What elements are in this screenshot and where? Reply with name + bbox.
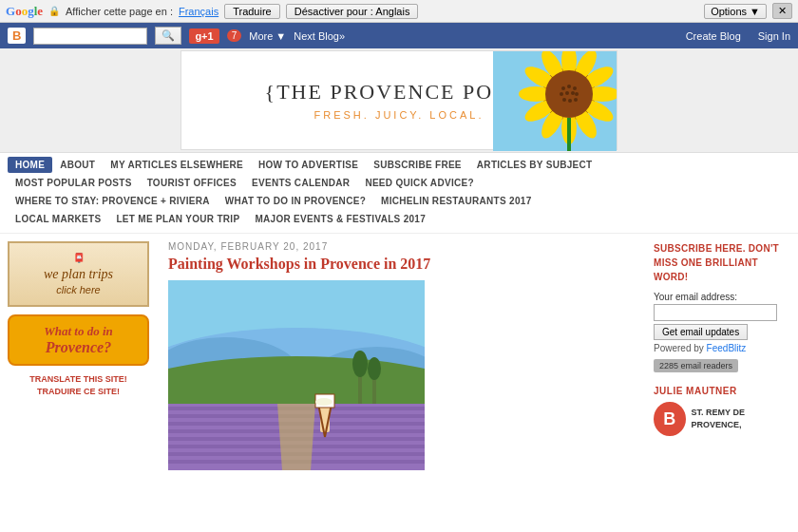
translate-bar: Google 🔒 Afficher cette page en : França… [0, 0, 798, 23]
provence-text: Provence? [17, 339, 140, 356]
svg-point-15 [561, 86, 565, 90]
translate-button[interactable]: Traduire [224, 4, 280, 19]
svg-point-50 [368, 357, 381, 380]
nav-row-1: HOME ABOUT MY ARTICLES ELSEWHERE HOW TO … [8, 157, 790, 173]
sunflower-image [493, 51, 617, 151]
svg-point-22 [562, 98, 566, 102]
nav-how-to-advertise[interactable]: HOW TO ADVERTISE [251, 157, 366, 173]
svg-point-23 [568, 99, 572, 103]
svg-point-18 [560, 92, 563, 96]
what-to-do-text: What to do in [17, 324, 140, 339]
julie-title: JULIE MAUTNER [654, 386, 790, 396]
lock-icon: 🔒 [48, 6, 60, 16]
svg-point-21 [575, 92, 579, 96]
blogger-navbar: B 🔍 g+1 7 More ▼ Next Blog» Create Blog … [0, 23, 798, 48]
svg-point-16 [567, 85, 571, 88]
svg-rect-25 [567, 118, 571, 151]
svg-marker-41 [277, 404, 315, 470]
blogger-logo: B [8, 28, 26, 44]
navigation: HOME ABOUT MY ARTICLES ELSEWHERE HOW TO … [0, 153, 798, 234]
click-here-text: click here [19, 284, 138, 295]
svg-point-17 [573, 86, 577, 90]
nav-subscribe-free[interactable]: SUBSCRIBE FREE [366, 157, 469, 173]
options-button[interactable]: Options ▼ [704, 4, 767, 19]
banner-container: {THE PROVENCE POST} FRESH. JUICY. LOCAL. [180, 50, 618, 150]
plan-trips-card[interactable]: 📮 we plan trips click here [8, 241, 149, 307]
translate-site-link[interactable]: TRANSLATE THIS SITE! TRADUIRE CE SITE! [8, 373, 149, 397]
search-input[interactable] [33, 28, 147, 45]
svg-point-20 [571, 91, 575, 95]
email-input[interactable] [654, 304, 777, 321]
post-image [168, 280, 425, 470]
main-content: 📮 we plan trips click here What to do in… [0, 234, 798, 532]
nav-row-3: WHERE TO STAY: PROVENCE + RIVIERA WHAT T… [8, 193, 790, 209]
nav-row-4: LOCAL MARKETS LET ME PLAN YOUR TRIP MAJO… [8, 211, 790, 227]
header-banner: {THE PROVENCE POST} FRESH. JUICY. LOCAL. [0, 48, 798, 153]
nav-most-popular[interactable]: MOST POPULAR POSTS [8, 175, 140, 191]
what-to-do-card[interactable]: What to do in Provence? [8, 314, 149, 366]
sign-in-link[interactable]: Sign In [758, 30, 790, 42]
svg-point-19 [565, 91, 569, 95]
svg-point-48 [352, 351, 368, 377]
nav-quick-advice[interactable]: NEED QUICK ADVICE? [357, 175, 481, 191]
nav-row-2: MOST POPULAR POSTS TOURIST OFFICES EVENT… [8, 175, 790, 191]
nav-local-markets[interactable]: LOCAL MARKETS [8, 211, 108, 227]
center-content: MONDAY, FEBRUARY 20, 2017 Painting Works… [157, 234, 646, 532]
feedblitz-link[interactable]: FeedBlitz [707, 343, 747, 353]
google-logo: Google [6, 4, 43, 19]
julie-section: JULIE MAUTNER B ST. REMY DE PROVENCE, [654, 386, 790, 436]
gplus-button[interactable]: g+1 [189, 28, 218, 44]
close-button[interactable]: ✕ [772, 3, 792, 19]
blogger-avatar: B ST. REMY DE PROVENCE, [654, 402, 790, 436]
email-label: Your email address: [654, 292, 790, 302]
nav-articles-by-subject[interactable]: ARTICLES BY SUBJECT [469, 157, 600, 173]
translate-bar-text: Afficher cette page en : [66, 6, 173, 17]
right-sidebar: SUBSCRIBE HERE. DON'T MISS ONE BRILLIANT… [646, 234, 798, 532]
gplus-count: 7 [227, 29, 242, 42]
nav-tourist-offices[interactable]: TOURIST OFFICES [140, 175, 244, 191]
left-sidebar: 📮 we plan trips click here What to do in… [0, 234, 157, 532]
nav-what-to-do[interactable]: WHAT TO DO IN PROVENCE? [218, 193, 373, 209]
subscribe-title: SUBSCRIBE HERE. DON'T MISS ONE BRILLIANT… [654, 241, 790, 284]
create-blog-link[interactable]: Create Blog [686, 30, 741, 42]
avatar-circle: B [654, 402, 686, 436]
language-select[interactable]: Français [179, 6, 218, 17]
reader-count-badge: 2285 email readers [654, 359, 738, 372]
nav-articles-elsewhere[interactable]: MY ARTICLES ELSEWHERE [103, 157, 251, 173]
nav-about[interactable]: ABOUT [52, 157, 103, 173]
nav-plan-trip[interactable]: LET ME PLAN YOUR TRIP [108, 211, 247, 227]
plan-trips-text: we plan trips [19, 267, 138, 282]
next-blog-link[interactable]: Next Blog» [294, 30, 345, 42]
powered-by: Powered by FeedBlitz [654, 343, 790, 353]
svg-point-46 [315, 398, 332, 406]
more-link[interactable]: More ▼ [249, 30, 286, 42]
julie-location: ST. REMY DE PROVENCE, [692, 407, 790, 430]
get-updates-button[interactable]: Get email updates [654, 324, 748, 340]
nav-where-to-stay[interactable]: WHERE TO STAY: PROVENCE + RIVIERA [8, 193, 218, 209]
nav-michelin[interactable]: MICHELIN RESTAURANTS 2017 [373, 193, 539, 209]
nav-events-calendar[interactable]: EVENTS CALENDAR [244, 175, 357, 191]
post-date: MONDAY, FEBRUARY 20, 2017 [168, 241, 635, 252]
nav-major-events[interactable]: MAJOR EVENTS & FESTIVALS 2017 [247, 211, 433, 227]
svg-point-14 [545, 70, 593, 118]
search-button[interactable]: 🔍 [155, 27, 181, 45]
post-title[interactable]: Painting Workshops in Provence in 2017 [168, 256, 635, 273]
svg-point-24 [574, 98, 578, 102]
nav-home[interactable]: HOME [8, 157, 52, 173]
deactivate-button[interactable]: Désactiver pour : Anglais [286, 4, 419, 19]
